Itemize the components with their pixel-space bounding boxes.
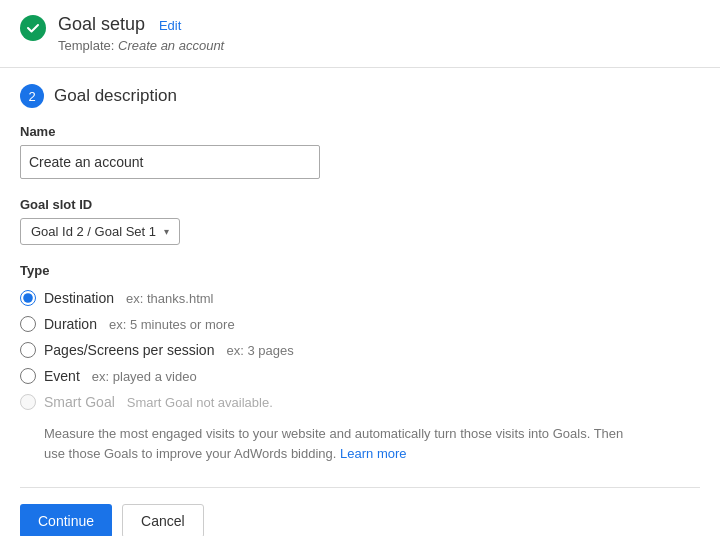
type-radio-group: Destination ex: thanks.html Duration ex:… — [20, 288, 700, 463]
smart-example: Smart Goal not available. — [127, 395, 273, 410]
type-label: Type — [20, 263, 700, 278]
goal-slot-value: Goal Id 2 / Goal Set 1 — [31, 224, 156, 239]
smart-goal-description: Measure the most engaged visits to your … — [44, 424, 644, 463]
destination-label[interactable]: Destination — [44, 290, 114, 306]
template-prefix: Template: — [58, 38, 114, 53]
type-section: Type Destination ex: thanks.html Duratio… — [20, 263, 700, 463]
radio-option-destination: Destination ex: thanks.html — [20, 288, 700, 308]
goal-setup-title: Goal setup — [58, 14, 145, 34]
radio-option-event: Event ex: played a video — [20, 366, 700, 386]
edit-link[interactable]: Edit — [159, 18, 181, 33]
goal-slot-label: Goal slot ID — [20, 197, 700, 212]
cancel-button[interactable]: Cancel — [122, 504, 204, 536]
smart-radio — [20, 394, 36, 410]
check-icon — [20, 15, 46, 41]
goal-description-section: 2 Goal description Name Goal slot ID Goa… — [0, 68, 720, 536]
continue-button[interactable]: Continue — [20, 504, 112, 536]
duration-label[interactable]: Duration — [44, 316, 97, 332]
goal-setup-content: Goal setup Edit Template: Create an acco… — [58, 14, 224, 53]
smart-goal-description-text: Measure the most engaged visits to your … — [44, 426, 623, 461]
goal-setup-section: Goal setup Edit Template: Create an acco… — [0, 0, 720, 68]
goal-description-title: Goal description — [54, 86, 177, 106]
name-form-group: Name — [20, 124, 700, 179]
page-container: Goal setup Edit Template: Create an acco… — [0, 0, 720, 536]
smart-label: Smart Goal — [44, 394, 115, 410]
goal-slot-dropdown[interactable]: Goal Id 2 / Goal Set 1 ▾ — [20, 218, 180, 245]
event-label[interactable]: Event — [44, 368, 80, 384]
radio-option-smart: Smart Goal Smart Goal not available. — [20, 392, 700, 412]
template-text: Template: Create an account — [58, 38, 224, 53]
goal-name-input[interactable] — [20, 145, 320, 179]
radio-option-pages: Pages/Screens per session ex: 3 pages — [20, 340, 700, 360]
section-2-header: 2 Goal description — [20, 84, 700, 108]
pages-label[interactable]: Pages/Screens per session — [44, 342, 214, 358]
destination-example: ex: thanks.html — [126, 291, 213, 306]
goal-slot-form-group: Goal slot ID Goal Id 2 / Goal Set 1 ▾ — [20, 197, 700, 245]
button-row: Continue Cancel — [20, 487, 700, 536]
radio-option-duration: Duration ex: 5 minutes or more — [20, 314, 700, 334]
duration-radio[interactable] — [20, 316, 36, 332]
event-radio[interactable] — [20, 368, 36, 384]
learn-more-link[interactable]: Learn more — [340, 446, 406, 461]
duration-example: ex: 5 minutes or more — [109, 317, 235, 332]
template-name: Create an account — [118, 38, 224, 53]
event-example: ex: played a video — [92, 369, 197, 384]
name-label: Name — [20, 124, 700, 139]
pages-example: ex: 3 pages — [226, 343, 293, 358]
chevron-down-icon: ▾ — [164, 226, 169, 237]
destination-radio[interactable] — [20, 290, 36, 306]
pages-radio[interactable] — [20, 342, 36, 358]
step-2-circle: 2 — [20, 84, 44, 108]
